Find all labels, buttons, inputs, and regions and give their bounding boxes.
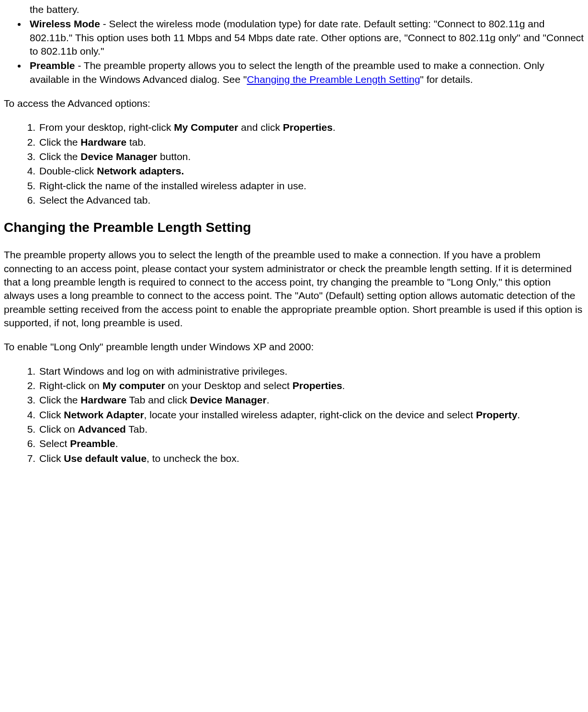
- steps-access-advanced: From your desktop, right-click My Comput…: [4, 121, 584, 207]
- step: Right-click on My computer on your Deskt…: [38, 379, 584, 392]
- b: Advanced: [78, 424, 126, 435]
- step: From your desktop, right-click My Comput…: [38, 121, 584, 134]
- b: Use default value: [64, 453, 147, 464]
- b: Property: [476, 409, 517, 420]
- t: .: [267, 394, 270, 405]
- t: .: [115, 438, 118, 449]
- desc-after: " for details.: [420, 74, 473, 85]
- heading-preamble: Changing the Preamble Length Setting: [4, 218, 584, 237]
- step: Click Network Adapter, locate your insta…: [38, 408, 584, 422]
- t: Right-click on: [39, 380, 102, 391]
- para-preamble-desc: The preamble property allows you to sele…: [4, 248, 584, 330]
- b: Network adapters.: [97, 165, 184, 176]
- t: Tab and click: [126, 394, 190, 405]
- bullet-battery: the battery.: [27, 3, 584, 16]
- b: Properties: [283, 122, 333, 133]
- t: .: [517, 409, 520, 420]
- b: Device Manager: [190, 394, 267, 405]
- step: Click the Hardware tab.: [38, 136, 584, 149]
- bullet-preamble: Preamble - The preamble property allows …: [27, 59, 584, 86]
- b: My Computer: [174, 122, 238, 133]
- t: Click the: [39, 394, 80, 405]
- t: button.: [157, 151, 191, 162]
- feature-bullet-list: the battery. Wireless Mode - Select the …: [4, 3, 584, 86]
- b: Hardware: [80, 137, 126, 148]
- t: Tab.: [126, 424, 147, 435]
- t: Click the: [39, 137, 80, 148]
- t: and click: [238, 122, 283, 133]
- bullet-wireless-mode: Wireless Mode - Select the wireless mode…: [27, 17, 584, 58]
- step: Select Preamble.: [38, 437, 584, 450]
- b: Device Manager: [80, 151, 157, 162]
- b: Network Adapter: [64, 409, 144, 420]
- t: , locate your installed wireless adapter…: [144, 409, 476, 420]
- b: My computer: [102, 380, 165, 391]
- b: Hardware: [80, 394, 126, 405]
- t: .: [342, 380, 345, 391]
- t: Click: [39, 453, 64, 464]
- t: Select: [39, 438, 70, 449]
- desc: - Select the wireless mode (modulation t…: [30, 18, 584, 57]
- t: on your Desktop and select: [165, 380, 293, 391]
- step: Click Use default value, to uncheck the …: [38, 452, 584, 465]
- t: Click: [39, 409, 64, 420]
- term: Wireless Mode: [30, 18, 100, 29]
- step: Start Windows and log on with administra…: [38, 365, 584, 378]
- step: Click on Advanced Tab.: [38, 423, 584, 436]
- para-access-advanced: To access the Advanced options:: [4, 97, 584, 110]
- preamble-link[interactable]: Changing the Preamble Length Setting: [247, 74, 420, 85]
- b: Preamble: [70, 438, 115, 449]
- t: Double-click: [39, 165, 97, 176]
- t: .: [333, 122, 336, 133]
- t: From your desktop, right-click: [39, 122, 174, 133]
- t: tab.: [126, 137, 146, 148]
- t: , to uncheck the box.: [147, 453, 239, 464]
- step: Click the Hardware Tab and click Device …: [38, 393, 584, 407]
- term: Preamble: [30, 60, 75, 71]
- para-enable-long-only: To enable "Long Only" preamble length un…: [4, 340, 584, 354]
- text: the battery.: [30, 4, 79, 15]
- step: Select the Advanced tab.: [38, 194, 584, 207]
- step: Double-click Network adapters.: [38, 164, 584, 178]
- t: Click on: [39, 424, 78, 435]
- step: Click the Device Manager button.: [38, 150, 584, 163]
- t: Click the: [39, 151, 80, 162]
- step: Right-click the name of the installed wi…: [38, 179, 584, 193]
- b: Properties: [293, 380, 342, 391]
- steps-enable-long-only: Start Windows and log on with administra…: [4, 365, 584, 465]
